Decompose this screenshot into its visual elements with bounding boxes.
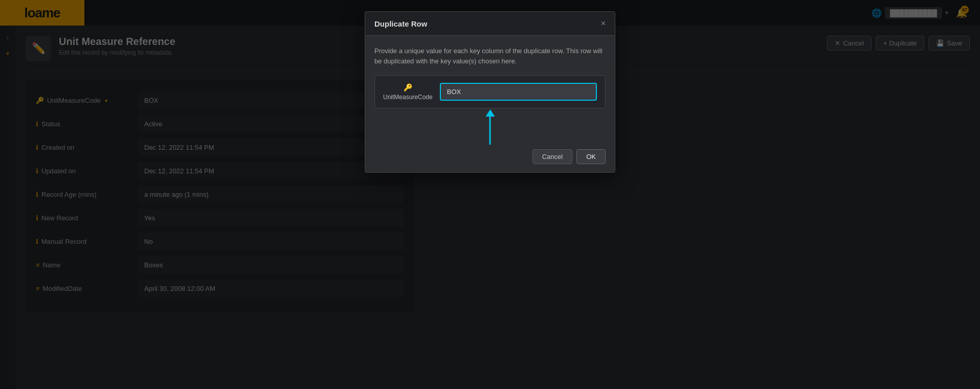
modal-ok-button[interactable]: OK (576, 149, 606, 164)
modal-body: Provide a unique value for each key colu… (365, 36, 615, 129)
modal-cancel-button[interactable]: Cancel (532, 149, 572, 164)
modal-header: Duplicate Row × (365, 12, 615, 36)
modal-key-label: 🔑 UnitMeasureCode (383, 83, 433, 101)
modal-key-field-label: UnitMeasureCode (383, 94, 433, 101)
modal-footer: Cancel OK (365, 144, 615, 172)
modal-key-icon: 🔑 (404, 83, 412, 91)
modal-close-button[interactable]: × (601, 19, 606, 28)
duplicate-row-modal: Duplicate Row × Provide a unique value f… (365, 11, 615, 173)
arrow-indicator (489, 117, 491, 145)
modal-description: Provide a unique value for each key colu… (374, 46, 606, 66)
unit-measure-code-input[interactable] (440, 83, 597, 101)
modal-title: Duplicate Row (374, 19, 427, 28)
modal-key-row: 🔑 UnitMeasureCode (374, 75, 606, 108)
